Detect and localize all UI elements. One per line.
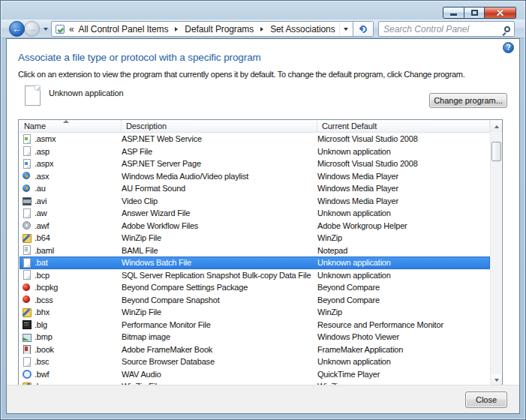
description-label: Answer Wizard File [122,208,317,218]
description-label: ASP.NET Server Page [122,159,317,168]
search-icon[interactable] [504,26,510,32]
extension-label: .bhx [35,308,50,316]
scrollbar-thumb[interactable] [491,142,501,161]
file-type-icon [22,320,32,329]
breadcrumb-separator-icon[interactable] [260,27,263,32]
table-row[interactable]: .b64 WinZip File WinZip [20,232,490,244]
current-default-label: WinZip [317,233,490,242]
forward-arrow-icon: → [27,24,37,34]
description-label: WinZip File [122,233,317,242]
table-row[interactable]: .asp ASP File Unknown application [20,146,490,158]
address-history-dropdown-icon[interactable] [339,22,351,35]
column-header-name[interactable]: Name [20,120,122,132]
table-row[interactable]: .au AU Format Sound Windows Media Player [20,182,490,195]
table-row[interactable]: .aw Answer Wizard File Unknown applicati… [20,207,490,220]
current-default-label: Unknown application [317,357,490,366]
close-button[interactable]: Close [465,392,507,408]
table-row[interactable]: .bsc Source Browser Database Unknown app… [20,356,490,368]
scroll-up-button[interactable] [491,121,502,132]
recent-pages-dropdown-icon[interactable] [44,28,48,31]
description-label: AU Format Sound [122,184,317,193]
search-input[interactable] [379,22,504,35]
maximize-button[interactable] [464,7,485,19]
footer-bar: Close [7,385,519,413]
description-label: BAML File [122,246,317,255]
table-row[interactable]: .asx Windows Media Audio/Video playlist … [20,170,490,183]
extension-label: .bwf [35,370,49,379]
extension-label: .avi [35,196,47,206]
extension-label: .bcss [35,296,53,304]
table-row[interactable]: .book Adobe FrameMaker Book FrameMaker A… [20,344,490,356]
table-row[interactable]: .blg Performance Monitor File Resource a… [20,319,490,332]
forward-button[interactable]: → [24,21,40,37]
current-default-label: Microsoft Visual Studio 2008 [317,134,490,143]
breadcrumb-item-all-control-panel-items[interactable]: All Control Panel Items [77,22,170,36]
current-default-label: Windows Media Player [317,184,490,193]
file-type-icon [22,184,32,194]
instruction-text: Click on an extension to view the progra… [18,70,464,79]
current-default-label: Windows Media Player [317,172,490,181]
current-default-label: Unknown application [317,271,490,280]
page-title: Associate a file type or protocol with a… [18,52,261,63]
extension-label: .bat [35,258,48,267]
table-row[interactable]: .bcpkg Beyond Compare Settings Package B… [20,281,490,294]
description-label: Source Browser Database [122,357,317,366]
file-type-icon [22,332,32,342]
table-row[interactable]: .asmx ASP.NET Web Service Microsoft Visu… [20,133,490,146]
table-row[interactable]: .bcss Beyond Compare Snapshot Beyond Com… [20,294,490,307]
description-label: ASP.NET Web Service [122,134,317,143]
breadcrumb-item-set-associations[interactable]: Set Associations [269,22,336,36]
description-label: ASP File [122,147,317,156]
table-row[interactable]: .baml BAML File Notepad [20,244,490,257]
refresh-button[interactable] [353,22,373,36]
current-default-label: Unknown application [317,147,490,156]
back-button[interactable]: ← [9,21,25,37]
column-header-current-default[interactable]: Current Default [317,120,490,132]
table-row[interactable]: .bmp Bitmap image Windows Photo Viewer [20,331,490,344]
control-panel-page-icon [56,25,65,34]
table-row[interactable]: .bhx WinZip File WinZip [20,306,490,319]
breadcrumb-item-default-programs[interactable]: Default Programs [183,22,255,36]
current-default-label: Resource and Performance Monitor [317,320,490,329]
extension-label: .book [35,345,54,354]
file-type-icon [22,159,32,169]
refresh-icon [358,23,368,34]
description-label: WinZip File [122,308,317,316]
file-type-list-body: .asmx ASP.NET Web Service Microsoft Visu… [20,133,490,386]
file-type-icon [22,220,32,230]
breadcrumb-overflow-chevron[interactable]: « [69,24,74,34]
help-icon[interactable]: ? [503,42,514,53]
close-window-button[interactable] [485,7,516,19]
table-row[interactable]: .bat Windows Batch File Unknown applicat… [20,256,490,269]
minimize-button[interactable] [443,7,464,19]
table-row[interactable]: .bcp SQL Server Replication Snapshot Bul… [20,269,490,282]
current-default-label: Notepad [317,246,490,255]
extension-label: .au [35,184,46,193]
file-type-icon [22,295,32,304]
file-type-icon [22,283,32,292]
description-label: Windows Media Audio/Video playlist [122,172,317,181]
file-type-icon [22,258,32,268]
breadcrumb-separator-icon[interactable] [175,27,178,32]
description-label: Performance Monitor File [122,320,317,329]
column-header-description[interactable]: Description [122,120,317,132]
file-type-icon [22,208,32,218]
scroll-down-button[interactable] [491,374,502,386]
table-row[interactable]: .avi Video Clip Windows Media Player [20,195,490,208]
current-default-label: Unknown application [317,258,490,267]
file-type-icon [22,357,32,367]
current-default-label: Beyond Compare [317,296,490,304]
extension-label: .aspx [35,159,53,168]
address-bar[interactable]: « All Control Panel Items Default Progra… [51,21,374,37]
table-row[interactable]: .awf Adobe Workflow Files Adobe Workgrou… [20,220,490,232]
file-type-icon [22,344,32,354]
description-label: Adobe FrameMaker Book [122,345,317,354]
extension-label: .awf [35,221,49,230]
change-program-button[interactable]: Change program... [429,93,507,108]
table-row[interactable]: .aspx ASP.NET Server Page Microsoft Visu… [20,158,490,170]
table-row[interactable]: .bwf WAV Audio QuickTime Player [20,368,490,381]
file-type-icon [22,134,32,144]
file-type-icon [22,369,32,379]
file-association-list: Name Description Current Default .asmx A… [18,119,503,387]
vertical-scrollbar[interactable] [490,121,501,386]
